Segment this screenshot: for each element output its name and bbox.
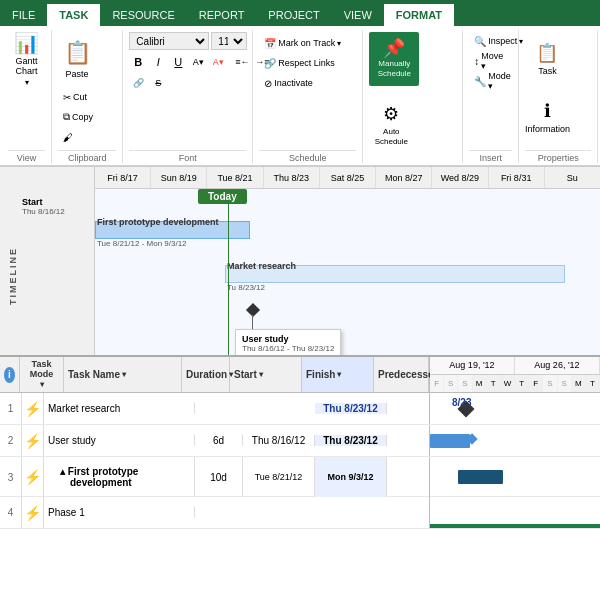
row3-finish[interactable]: Mon 9/3/12 (315, 457, 387, 497)
copy-icon: ⧉ (63, 111, 70, 123)
tab-view[interactable]: VIEW (332, 4, 384, 26)
font-name-row: Calibri 11 (129, 32, 247, 50)
bold-button[interactable]: B (129, 53, 147, 71)
col-header-mode[interactable]: Task Mode ▾ (20, 357, 64, 392)
day-f2: F (529, 375, 543, 392)
row2-start[interactable]: Thu 8/16/12 (243, 435, 315, 446)
inactivate-button[interactable]: ⊘ Inactivate (259, 74, 318, 92)
link-button[interactable]: 🔗 (129, 74, 147, 92)
ribbon-group-clipboard: 📋 Paste ✂ Cut ⧉ Copy 🖌 (52, 30, 123, 163)
tab-report[interactable]: REPORT (187, 4, 257, 26)
timeline-prototype-date: Tu 8/23/12 (227, 283, 265, 292)
row3-start[interactable]: Tue 8/21/12 (243, 457, 315, 497)
italic-button[interactable]: I (149, 53, 167, 71)
information-icon: ℹ (544, 100, 551, 122)
day-s3: S (543, 375, 557, 392)
timeline-area: TIMELINE Start Thu 8/16/12 Fri 8/17 Sun … (0, 167, 600, 357)
row3-pred[interactable] (387, 457, 429, 497)
row2-duration[interactable]: 6d (195, 435, 243, 446)
row2-finish[interactable]: Thu 8/23/12 (315, 435, 387, 446)
insert-group-content: 🔍 Inspect ▾ ↕ Move ▾ 🔧 Mode ▾ (469, 30, 512, 148)
tab-format[interactable]: FORMAT (384, 4, 454, 26)
row2-task-name[interactable]: User study (44, 435, 195, 446)
mode-header-dropdown: ▾ (40, 380, 44, 389)
task-mode-label: Mode ▾ (488, 71, 511, 91)
col-header-finish[interactable]: Finish ▾ (302, 357, 374, 392)
mode-header-label: Task Mode (30, 360, 54, 380)
format-painter-icon: 🖌 (63, 132, 73, 143)
timeline-date-info: Start Thu 8/16/12 (22, 171, 90, 216)
strikethrough-button[interactable]: S (149, 74, 167, 92)
week-cell-2: Aug 26, '12 (515, 357, 600, 374)
format-painter-button[interactable]: 🖌 (58, 128, 98, 146)
ribbon-group-view: 📊 GanttChart ▾ View (2, 30, 52, 163)
tab-file[interactable]: FILE (0, 4, 47, 26)
ribbon-tab-bar: FILE TASK RESOURCE REPORT PROJECT VIEW F… (0, 0, 600, 26)
grid-header-left: i Task Mode ▾ Task Name ▾ Duration ▾ Sta… (0, 357, 430, 392)
font-name-select[interactable]: Calibri (129, 32, 209, 50)
task-mode-button[interactable]: 🔧 Mode ▾ (469, 72, 516, 90)
col-header-start[interactable]: Start ▾ (230, 357, 302, 392)
day-m1: M (473, 375, 487, 392)
gantt-chart-button[interactable]: 📊 GanttChart ▾ (8, 32, 45, 86)
copy-button[interactable]: ⧉ Copy (58, 108, 98, 126)
task-icon: 📋 (536, 42, 558, 64)
ribbon-group-insert: 🔍 Inspect ▾ ↕ Move ▾ 🔧 Mode ▾ Insert (463, 30, 519, 163)
manually-schedule-button[interactable]: 📌 Manually Schedule (369, 32, 419, 86)
tab-project[interactable]: PROJECT (256, 4, 331, 26)
tab-resource[interactable]: RESOURCE (100, 4, 186, 26)
row4-num: 4 (0, 497, 22, 528)
row4-task-name[interactable]: Phase 1 (44, 507, 195, 518)
row3-task-name[interactable]: ▴ First prototype development (44, 457, 195, 497)
inactivate-label: Inactivate (274, 78, 313, 88)
tooltip-title: User study (242, 334, 334, 344)
week-cell-1: Aug 19, '12 (430, 357, 515, 374)
timeline-left-panel: TIMELINE Start Thu 8/16/12 (0, 167, 95, 355)
row2-mode-icon: ⚡ (24, 433, 41, 449)
font-color-button[interactable]: A▾ (189, 53, 207, 71)
indent-button[interactable]: ≡← (233, 53, 251, 71)
highlight-button[interactable]: A▾ (209, 53, 227, 71)
font-size-select[interactable]: 11 (211, 32, 247, 50)
row4-mode: ⚡ (22, 497, 44, 528)
move-label: Move ▾ (481, 51, 507, 71)
copy-label: Copy (72, 112, 93, 122)
auto-schedule-button[interactable]: ⚙ Auto Schedule (369, 98, 413, 152)
gantt-chart-label: GanttChart (15, 57, 37, 77)
col-header-predecessors[interactable]: Predecessors ▾ (374, 357, 429, 392)
date-sun-819: Sun 8/19 (151, 167, 207, 188)
information-button[interactable]: ℹ Information (525, 90, 569, 144)
row1-finish-label: 8/23 (452, 397, 471, 408)
move-button[interactable]: ↕ Move ▾ (469, 52, 512, 70)
mark-on-track-button[interactable]: 📅 Mark on Track ▾ (259, 34, 346, 52)
col-header-taskname[interactable]: Task Name ▾ (64, 357, 182, 392)
day-s1: S (444, 375, 458, 392)
date-tue-821: Tue 8/21 (207, 167, 263, 188)
row3-duration[interactable]: 10d (195, 457, 243, 497)
respect-links-button[interactable]: 🔗 Respect Links (259, 54, 340, 72)
row1-finish[interactable]: Thu 8/23/12 (315, 403, 387, 414)
task-button[interactable]: 📋 Task (525, 32, 569, 86)
move-icon: ↕ (474, 56, 479, 67)
underline-button[interactable]: U (169, 53, 187, 71)
row2-num: 2 (0, 425, 22, 456)
timeline-label: TIMELINE (8, 247, 18, 305)
paste-button[interactable]: 📋 Paste (58, 32, 96, 86)
day-s2: S (458, 375, 472, 392)
row4-mode-icon: ⚡ (24, 505, 41, 521)
day-t3: T (586, 375, 600, 392)
tab-task[interactable]: TASK (47, 2, 100, 26)
row1-task-name[interactable]: Market research (44, 403, 195, 414)
table-row: 4 ⚡ Phase 1 (0, 497, 600, 529)
mark-on-track-dropdown: ▾ (337, 39, 341, 48)
row1-mode-icon: ⚡ (24, 401, 41, 417)
task-name-header-label: Task Name (68, 369, 120, 380)
col-header-duration[interactable]: Duration ▾ (182, 357, 230, 392)
tooltip-date: Thu 8/16/12 - Thu 8/23/12 (242, 344, 334, 353)
table-row: 1 ⚡ Market research Thu 8/23/12 8/23 (0, 393, 600, 425)
cut-button[interactable]: ✂ Cut (58, 88, 98, 106)
properties-group-content: 📋 Task ℹ Information (525, 30, 591, 148)
row4-right (430, 497, 600, 528)
day-f1: F (430, 375, 444, 392)
grid-header: i Task Mode ▾ Task Name ▾ Duration ▾ Sta… (0, 357, 600, 393)
